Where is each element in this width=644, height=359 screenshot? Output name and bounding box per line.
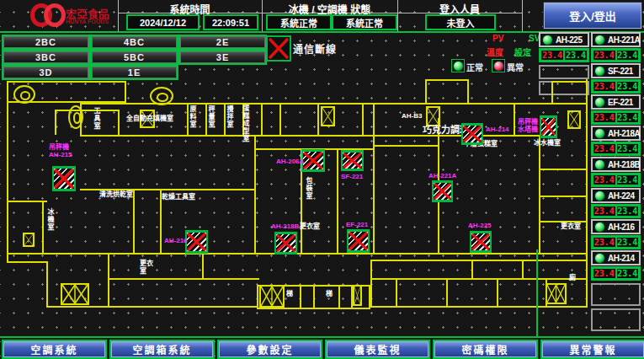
room-label: 梯 xyxy=(326,290,333,297)
room-label: AH-B3 xyxy=(402,112,422,120)
plan-wall xyxy=(446,278,448,306)
unit-ah-221a[interactable]: AH-221A xyxy=(591,32,641,47)
floor-button-2bc[interactable]: 2BC xyxy=(2,35,90,50)
ahu-offline-icon[interactable] xyxy=(540,115,557,138)
spare-slot xyxy=(591,308,641,331)
unit-ah-218b[interactable]: AH-218B xyxy=(591,157,641,172)
ahu-offline-icon[interactable] xyxy=(185,230,208,254)
login-logout-button[interactable]: 登入/登出 xyxy=(544,3,641,29)
ahu-offline-icon[interactable] xyxy=(52,166,76,191)
stairwell-icon xyxy=(61,283,89,305)
plan-wall xyxy=(317,103,319,137)
plan-wall xyxy=(254,137,256,255)
plan-wall xyxy=(551,81,588,83)
room-label: 更衣室 xyxy=(561,222,581,230)
nav-button-param-settings[interactable]: 參數設定 xyxy=(217,340,322,359)
ahu-offline-icon[interactable] xyxy=(274,232,297,255)
plan-wall xyxy=(425,79,469,81)
plan-wall xyxy=(370,260,588,261)
plan-wall xyxy=(362,103,364,137)
pv-label: PV xyxy=(492,34,503,43)
nav-button-meter-monitor[interactable]: 儀表監視 xyxy=(325,340,430,359)
unit-name: AH-225 xyxy=(556,35,582,45)
plan-wall xyxy=(261,103,263,137)
floor-button-1e[interactable]: 1E xyxy=(90,65,178,80)
room-label: 攪拌室 xyxy=(226,105,233,128)
pv-value: 23.4 xyxy=(593,237,616,248)
equipment-tag: AH-216 xyxy=(164,237,188,244)
floor-button-4bc[interactable]: 4BC xyxy=(90,35,178,50)
unit-ah-216[interactable]: AH-216 xyxy=(591,219,641,234)
stairwell-icon xyxy=(353,285,362,306)
ahu-offline-icon[interactable] xyxy=(461,123,483,145)
nav-button-alarm[interactable]: 異常警報 xyxy=(540,340,644,359)
unit-ah-214[interactable]: AH-214 xyxy=(591,250,641,265)
unit-name: AH-221A xyxy=(608,35,640,45)
room-label: 包裝室 xyxy=(305,177,312,200)
unit-name: AH-218B xyxy=(608,160,640,169)
unit-sf-221[interactable]: SF-221 xyxy=(591,63,641,78)
pv-value: 23.4 xyxy=(593,174,616,185)
ahu-offline-icon[interactable] xyxy=(470,231,492,253)
nav-button-ac-system[interactable]: 空調系統 xyxy=(2,340,107,359)
sv-value: 23.4 xyxy=(616,206,640,217)
room-label: 蛋糕成型室 xyxy=(242,104,249,142)
bottom-separator-line xyxy=(0,336,644,338)
room-label: 乾燥工具室 xyxy=(162,193,195,201)
unit-ef-221-values: 23.423.4 xyxy=(591,110,641,125)
sv-value: 23.4 xyxy=(616,81,640,92)
ahu-offline-icon[interactable] xyxy=(341,150,364,171)
plan-wall xyxy=(300,285,301,309)
plan-wall xyxy=(370,278,588,280)
stairwell-icon xyxy=(567,110,581,129)
green-led-icon xyxy=(594,222,605,233)
equipment-tag: AH-218B xyxy=(271,222,299,230)
logo-ring-icon xyxy=(44,3,66,27)
plan-wall xyxy=(471,260,473,278)
unit-ah-214-values: 23.423.4 xyxy=(591,266,641,281)
plan-wall xyxy=(108,278,259,280)
legend-abnormal-led xyxy=(492,59,505,72)
ac-status-value: 系統正常 xyxy=(332,14,397,30)
unit-ah-225[interactable]: AH-225 xyxy=(539,32,589,47)
floor-button-3d[interactable]: 3D xyxy=(2,65,90,80)
unit-ah-224-values: 23.423.4 xyxy=(591,204,641,218)
unit-ef-221[interactable]: EF-221 xyxy=(591,94,641,110)
floor-button-5bc[interactable]: 5BC xyxy=(90,50,178,65)
sv-value: 23.4 xyxy=(616,143,640,154)
brand-name-en: HUNYA FOODS xyxy=(66,19,109,24)
plan-wall xyxy=(425,79,427,103)
plan-wall xyxy=(7,253,588,255)
green-led-icon xyxy=(594,128,605,139)
panel-left-border xyxy=(536,249,538,336)
plan-wall xyxy=(7,81,8,263)
unit-name: AH-224 xyxy=(608,191,634,201)
nav-button-ahu-system[interactable]: 空調箱系統 xyxy=(109,340,215,359)
unit-name: SF-221 xyxy=(608,67,633,76)
plan-wall xyxy=(373,103,375,255)
plan-wall xyxy=(539,196,586,197)
stairwell-icon xyxy=(426,106,440,126)
unit-name: AH-214 xyxy=(608,254,634,263)
room-label: 全自動充填機室 xyxy=(126,115,175,122)
room-label: 更衣室 xyxy=(300,222,320,230)
floor-button-2e[interactable]: 2E xyxy=(178,35,267,50)
nav-button-password-auth[interactable]: 密碼權限 xyxy=(433,340,538,359)
ahu-offline-icon[interactable] xyxy=(301,149,325,172)
plan-wall xyxy=(370,260,372,308)
plan-wall xyxy=(202,253,204,280)
plan-wall xyxy=(373,145,439,147)
room-label: 冰水機室 xyxy=(534,139,561,147)
floor-button-3bc[interactable]: 3BC xyxy=(2,50,90,65)
plan-wall xyxy=(125,81,126,103)
green-led-icon xyxy=(594,253,605,264)
ahu-offline-icon[interactable] xyxy=(347,229,370,253)
floor-button-3e[interactable]: 3E xyxy=(178,50,267,65)
ahu-offline-icon[interactable] xyxy=(432,180,453,202)
unit-name: AH-216 xyxy=(608,222,634,232)
stairwell-icon xyxy=(259,285,285,308)
green-led-icon xyxy=(594,159,605,170)
unit-ah-224[interactable]: AH-224 xyxy=(591,188,641,203)
unit-ah-218a[interactable]: AH-218A xyxy=(591,126,641,141)
sv-value: 23.4 xyxy=(616,174,640,185)
